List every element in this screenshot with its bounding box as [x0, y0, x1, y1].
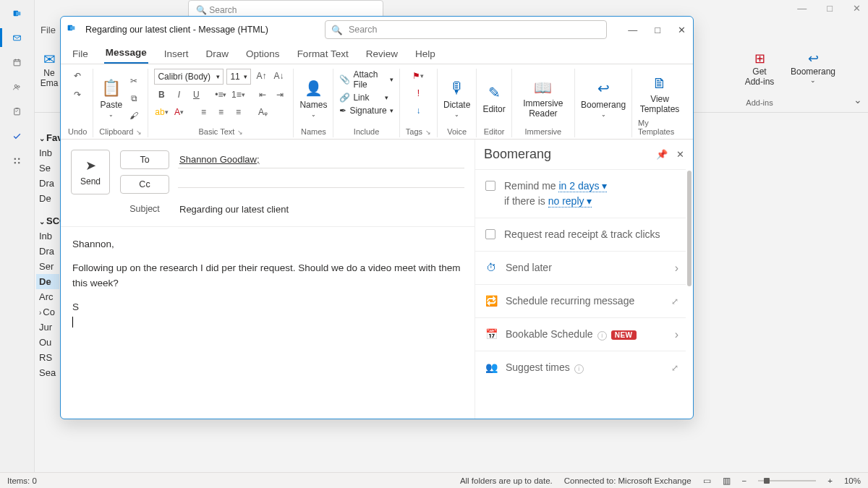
decrease-indent-button[interactable]: ⇤ — [255, 87, 270, 102]
tab-draw[interactable]: Draw — [205, 44, 231, 64]
folder-item[interactable]: Jur — [36, 320, 59, 335]
send-later-option[interactable]: ⏱ Send later › — [475, 251, 686, 284]
tab-format-text[interactable]: Format Text — [296, 44, 350, 64]
increase-indent-button[interactable]: ⇥ — [273, 87, 287, 102]
folder-item[interactable]: Co — [36, 304, 59, 320]
remind-when-dropdown[interactable]: in 2 days ▾ — [558, 180, 607, 192]
people-icon[interactable] — [10, 80, 25, 94]
folder-item[interactable]: Arc — [36, 289, 59, 304]
redo-button[interactable]: ↷ — [70, 87, 85, 102]
bold-button[interactable]: B — [154, 87, 169, 102]
calendar-icon[interactable] — [10, 55, 25, 69]
folder-item[interactable]: Se — [36, 160, 59, 176]
folder-item[interactable]: Inb — [36, 145, 59, 160]
maximize-button[interactable]: □ — [655, 25, 660, 35]
more-apps-icon[interactable] — [10, 153, 25, 168]
folder-item[interactable]: Inb — [36, 228, 59, 244]
outlook-app-icon[interactable] — [10, 6, 25, 20]
font-size-combo[interactable]: 11▾ — [226, 69, 251, 85]
receipt-checkbox[interactable] — [485, 229, 495, 239]
close-button[interactable]: ✕ — [853, 3, 861, 14]
read-receipt-option[interactable]: Request read receipt & track clicks — [475, 218, 686, 251]
zoom-slider[interactable] — [758, 480, 816, 481]
names-button[interactable]: 👤 Names ⌄ — [299, 78, 327, 118]
italic-button[interactable]: I — [171, 87, 186, 102]
mail-icon[interactable] — [10, 30, 25, 45]
highlight-button[interactable]: ab — [154, 105, 169, 119]
underline-button[interactable]: U — [189, 87, 203, 102]
bullets-button[interactable]: •≡ — [213, 87, 228, 102]
attach-file-button[interactable]: 📎Attach File▾ — [339, 69, 393, 90]
remind-checkbox[interactable] — [485, 181, 495, 191]
new-email-button[interactable]: ✉ Ne Ema — [39, 51, 59, 88]
editor-button[interactable]: ✎ Editor — [482, 82, 505, 114]
close-pane-button[interactable]: ✕ — [676, 149, 684, 160]
folder-item[interactable]: RS — [36, 350, 59, 365]
bookable-option[interactable]: 📅 Bookable ScheduleiNEW › — [475, 317, 686, 351]
signature-button[interactable]: ✒Signature▾ — [339, 105, 393, 116]
ribbon-collapse-chevron[interactable]: ⌄ — [854, 94, 862, 106]
cut-button[interactable]: ✂ — [127, 74, 141, 88]
to-button[interactable]: To — [120, 150, 169, 169]
send-button[interactable]: ➤ Send — [71, 150, 110, 194]
info-icon[interactable]: i — [597, 331, 607, 341]
scrollbar-thumb[interactable] — [687, 171, 692, 286]
tags-dialog-launcher[interactable]: ↘ — [425, 129, 431, 136]
close-button[interactable]: ✕ — [678, 25, 686, 35]
cc-field[interactable] — [178, 181, 464, 188]
tab-options[interactable]: Options — [244, 44, 281, 64]
follow-up-flag-button[interactable]: ⚑ — [411, 69, 425, 83]
account-header[interactable]: SCO — [36, 213, 59, 228]
tab-insert[interactable]: Insert — [163, 44, 190, 64]
compose-search[interactable]: 🔍 Search — [325, 20, 607, 39]
folder-item[interactable]: Dra — [36, 244, 59, 259]
folder-item-selected[interactable]: De — [36, 274, 59, 289]
zoom-in-button[interactable]: + — [827, 476, 833, 485]
folder-item[interactable]: Sea — [36, 365, 59, 380]
todo-icon[interactable] — [10, 129, 25, 143]
basic-text-dialog-launcher[interactable]: ↘ — [237, 129, 243, 136]
remind-condition-dropdown[interactable]: no reply ▾ — [548, 195, 592, 207]
recurring-option[interactable]: 🔁 Schedule recurring message ⤢ — [475, 284, 686, 317]
folder-item[interactable]: Ou — [36, 335, 59, 350]
boomerang-button[interactable]: ↩ Boomerang ⌄ — [581, 78, 626, 118]
favorites-header[interactable]: Favorites — [36, 130, 59, 145]
minimize-button[interactable]: — — [797, 3, 807, 14]
dictate-button[interactable]: 🎙 Dictate ⌄ — [443, 78, 470, 118]
grow-font-button[interactable]: A↑ — [254, 69, 268, 83]
remind-me-option[interactable]: Remind me in 2 days ▾ if there is no rep… — [475, 169, 686, 218]
zoom-out-button[interactable]: − — [742, 476, 747, 485]
tab-review[interactable]: Review — [365, 44, 399, 64]
font-color-button[interactable]: A — [171, 105, 186, 119]
low-importance-button[interactable]: ↓ — [411, 103, 425, 118]
minimize-button[interactable]: — — [628, 25, 637, 35]
tab-message[interactable]: Message — [104, 43, 148, 64]
align-center-button[interactable]: ≡ — [213, 105, 228, 119]
tab-help[interactable]: Help — [414, 44, 437, 64]
align-right-button[interactable]: ≡ — [231, 105, 245, 119]
message-body[interactable]: Shannon, Following up on the research I … — [61, 227, 475, 419]
immersive-reader-button[interactable]: 📖 Immersive Reader — [518, 77, 569, 118]
shrink-font-button[interactable]: A↓ — [271, 69, 286, 83]
maximize-button[interactable]: □ — [827, 3, 833, 14]
view-reading-icon[interactable]: ▥ — [723, 476, 731, 486]
pin-icon[interactable]: 📌 — [656, 149, 668, 160]
suggest-times-option[interactable]: 👥 Suggest timesi ⤢ — [475, 351, 686, 384]
format-painter-button[interactable]: 🖌 — [127, 108, 141, 123]
align-left-button[interactable]: ≡ — [196, 105, 210, 119]
folder-item[interactable]: De — [36, 191, 59, 206]
clear-formatting-button[interactable]: Aᵩ — [255, 105, 270, 119]
folder-item[interactable]: Dra — [36, 176, 59, 191]
clipboard-dialog-launcher[interactable]: ↘ — [136, 129, 142, 136]
boomerang-addin-button[interactable]: ↩ Boomerang ⌄ — [784, 51, 842, 84]
view-templates-button[interactable]: 🗎 View Templates — [638, 73, 681, 114]
info-icon[interactable]: i — [574, 364, 584, 374]
copy-button[interactable]: ⧉ — [127, 91, 141, 106]
link-button[interactable]: 🔗Link▾ — [339, 92, 388, 103]
to-field[interactable]: Shannon Goodlaw; — [178, 151, 464, 168]
cc-button[interactable]: Cc — [120, 175, 169, 194]
high-importance-button[interactable]: ! — [411, 86, 425, 100]
get-addins-button[interactable]: ⊞ Get Add-ins Add-ins — [738, 51, 781, 107]
undo-button[interactable]: ↶ — [70, 69, 85, 83]
tasks-icon[interactable] — [10, 104, 25, 119]
